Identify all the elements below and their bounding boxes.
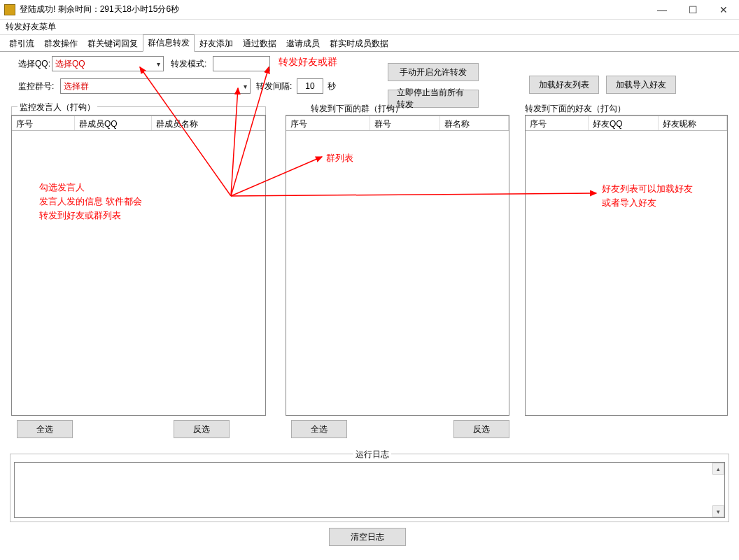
list-body xyxy=(526,131,727,415)
panel1-select-all-button[interactable]: 全选 xyxy=(17,420,73,438)
interval-label: 转发间隔: xyxy=(256,80,292,92)
col-group-id: 群号 xyxy=(370,116,440,130)
tab-group-send[interactable]: 群发操作 xyxy=(39,35,83,52)
panel2-invert-button[interactable]: 反选 xyxy=(453,420,509,438)
forward-friends-list[interactable]: 序号 好友QQ 好友昵称 xyxy=(525,115,728,416)
tab-pass-data[interactable]: 通过数据 xyxy=(238,35,281,52)
select-qq-value: 选择QQ xyxy=(55,58,85,70)
titlebar: 登陆成功! 剩余时间：291天18小时15分6秒 — ☐ ✕ xyxy=(0,0,739,20)
forward-mode-input[interactable] xyxy=(213,56,270,71)
col-friend-qq: 好友QQ xyxy=(589,116,659,130)
panel2-select-all-button[interactable]: 全选 xyxy=(291,420,347,438)
log-textarea[interactable]: ▴ ▾ xyxy=(14,462,725,518)
col-index: 序号 xyxy=(286,116,370,130)
forward-groups-legend: 转发到下面的群（打钩） xyxy=(311,103,403,115)
col-group-name: 群名称 xyxy=(440,116,509,130)
monitor-speakers-list[interactable]: 序号 群成员QQ 群成员名称 xyxy=(11,115,266,416)
forward-friends-legend: 转发到下面的好友（打勾） xyxy=(525,103,626,115)
manual-start-button[interactable]: 手动开启允许转发 xyxy=(388,63,479,81)
monitor-group-label: 监控群号: xyxy=(18,80,54,92)
col-member-qq: 群成员QQ xyxy=(75,116,152,130)
monitor-speakers-legend: 监控发言人（打钩） xyxy=(17,102,97,113)
tab-keyword-reply[interactable]: 群关键词回复 xyxy=(83,35,143,52)
log-legend: 运行日志 xyxy=(353,449,391,461)
forward-groups-list[interactable]: 序号 群号 群名称 xyxy=(286,115,509,416)
tab-invite-member[interactable]: 邀请成员 xyxy=(281,35,325,52)
list-header: 序号 群号 群名称 xyxy=(286,115,509,131)
maximize-button[interactable]: ☐ xyxy=(677,0,708,20)
list-header: 序号 好友QQ 好友昵称 xyxy=(526,115,727,131)
col-friend-nick: 好友昵称 xyxy=(659,116,727,130)
col-member-name: 群成员名称 xyxy=(152,116,265,130)
col-index: 序号 xyxy=(526,116,589,130)
monitor-group-value: 选择群 xyxy=(64,80,89,92)
menubar: 转发好友菜单 xyxy=(0,20,739,35)
annotation-forward-target: 转发好友或群 xyxy=(279,55,337,69)
forward-mode-label: 转发模式: xyxy=(171,58,206,70)
interval-input[interactable]: 10 xyxy=(297,78,323,94)
tabs: 群引流 群发操作 群关键词回复 群信息转发 好友添加 通过数据 邀请成员 群实时… xyxy=(0,35,739,52)
list-body xyxy=(12,131,265,415)
tab-group-info-forward[interactable]: 群信息转发 xyxy=(143,34,195,52)
clear-log-button[interactable]: 清空日志 xyxy=(329,528,406,546)
list-body xyxy=(286,131,509,415)
tab-add-friend[interactable]: 好友添加 xyxy=(195,35,238,52)
select-qq-label: 选择QQ: xyxy=(18,58,50,70)
chevron-down-icon: ▾ xyxy=(157,60,160,68)
load-friends-button[interactable]: 加载好友列表 xyxy=(529,76,599,94)
app-icon xyxy=(4,4,15,15)
window-controls: — ☐ ✕ xyxy=(647,0,739,20)
select-qq-combo[interactable]: 选择QQ ▾ xyxy=(52,56,164,71)
window-title: 登陆成功! 剩余时间：291天18小时15分6秒 xyxy=(20,4,179,15)
minimize-button[interactable]: — xyxy=(647,0,677,20)
interval-value: 10 xyxy=(305,81,314,91)
panel1-invert-button[interactable]: 反选 xyxy=(174,420,230,438)
col-index: 序号 xyxy=(12,116,75,130)
menu-forward-friends[interactable]: 转发好友菜单 xyxy=(6,21,56,33)
seconds-label: 秒 xyxy=(328,80,336,92)
close-button[interactable]: ✕ xyxy=(708,0,739,20)
load-import-button[interactable]: 加载导入好友 xyxy=(606,76,676,94)
chevron-down-icon: ▾ xyxy=(244,83,247,90)
scroll-down-icon[interactable]: ▾ xyxy=(712,505,724,517)
tab-realtime-member[interactable]: 群实时成员数据 xyxy=(325,35,393,52)
list-header: 序号 群成员QQ 群成员名称 xyxy=(12,115,265,131)
monitor-group-combo[interactable]: 选择群 ▾ xyxy=(60,78,251,94)
scroll-up-icon[interactable]: ▴ xyxy=(712,463,724,475)
tab-group-drainage[interactable]: 群引流 xyxy=(4,35,39,52)
